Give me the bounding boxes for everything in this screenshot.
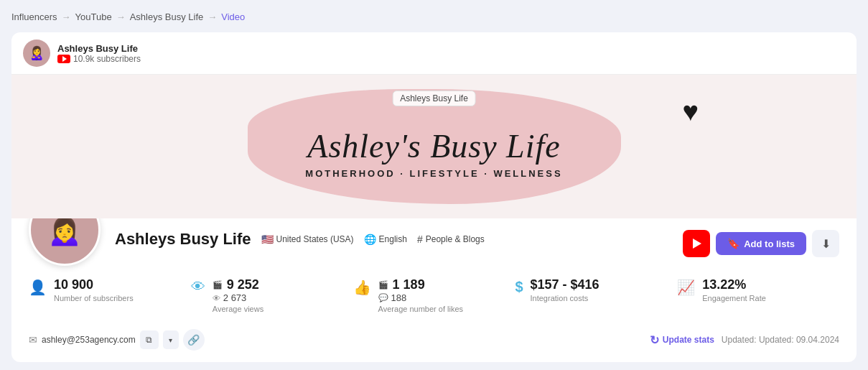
mini-subscribers-count: 10.9k subscribers: [73, 54, 141, 64]
add-to-lists-button[interactable]: 🔖 Add to lists: [716, 232, 806, 255]
trend-icon: 📈: [677, 279, 695, 296]
mini-channel-name: Ashleys Busy Life: [57, 43, 141, 54]
costs-number: $157 - $416: [531, 277, 599, 292]
banner: Ashleys Busy Life ♥ Ashley's Busy Life M…: [11, 75, 857, 218]
costs-values: $157 - $416 Integration costs: [531, 277, 599, 302]
category-tag: # People & Blogs: [417, 233, 485, 245]
profile-section: 🙍‍♀️ Ashleys Busy Life 🇺🇸 United States …: [11, 218, 857, 266]
likes-icon: 👍: [353, 279, 371, 296]
category-label: People & Blogs: [426, 234, 485, 244]
update-stats-label: Update stats: [663, 335, 714, 345]
flag-icon: 🇺🇸: [261, 233, 274, 245]
banner-heart-icon: ♥: [682, 96, 699, 127]
update-stats-button[interactable]: ↻ Update stats: [650, 333, 714, 347]
stat-likes: 👍 🎬 1 189 💬 188 Average number of likes: [353, 277, 515, 313]
likes-video-icon: 🎬: [378, 280, 388, 290]
hashtag-icon: #: [417, 233, 423, 245]
email-section: ✉ ashley@253agency.com ⧉ ▾ 🔗: [29, 329, 205, 351]
profile-main: Ashleys Busy Life 🇺🇸 United States (USA)…: [115, 230, 668, 253]
download-button[interactable]: ⬇: [812, 230, 839, 257]
likes-sub-number: 188: [391, 292, 407, 303]
email-icon: ✉: [29, 334, 37, 346]
views-sub-icon: 👁: [213, 294, 220, 302]
video-icon-sm: 🎬: [213, 280, 223, 290]
likes-number: 1 189: [393, 277, 425, 292]
right-actions: ↻ Update stats Updated: Updated: 09.04.2…: [650, 333, 839, 347]
refresh-icon: ↻: [650, 333, 659, 347]
breadcrumb-influencers[interactable]: Influencers: [11, 11, 57, 22]
engagement-main: 13.22%: [702, 277, 766, 292]
subscribers-values: 10 900 Number of subscribers: [54, 277, 134, 302]
youtube-button[interactable]: [683, 230, 710, 257]
mini-avatar: 🙎‍♀️: [23, 40, 50, 67]
country-label: United States (USA): [276, 234, 354, 244]
updated-date: Updated: Updated: 09.04.2024: [722, 335, 839, 345]
website-button[interactable]: 🔗: [183, 329, 205, 351]
main-card: Ashleys Busy Life ♥ Ashley's Busy Life M…: [11, 75, 857, 362]
comment-icon: 💬: [378, 293, 388, 302]
subscribers-icon: 👤: [29, 279, 47, 296]
views-number: 9 252: [227, 277, 259, 292]
copy-email-button[interactable]: ⧉: [140, 330, 159, 349]
mini-info: Ashleys Busy Life 10.9k subscribers: [57, 43, 141, 64]
bookmark-icon: 🔖: [727, 238, 739, 249]
profile-name: Ashleys Busy Life: [115, 230, 251, 249]
banner-title-block: Ashley's Busy Life MOTHERHOOD · LIFESTYL…: [305, 129, 562, 179]
stat-subscribers: 👤 10 900 Number of subscribers: [29, 277, 191, 302]
costs-main: $157 - $416: [531, 277, 599, 292]
country-tag: 🇺🇸 United States (USA): [261, 233, 354, 245]
globe-icon: 🌐: [364, 233, 376, 245]
banner-channel-label: Ashleys Busy Life: [392, 91, 476, 106]
views-label: Average views: [213, 305, 263, 313]
breadcrumb-arrow-1: →: [62, 11, 71, 22]
engagement-number: 13.22%: [702, 277, 746, 292]
add-to-lists-label: Add to lists: [744, 239, 795, 249]
breadcrumb-youtube[interactable]: YouTube: [75, 11, 112, 22]
youtube-icon-sm: [57, 55, 70, 63]
stats-row: 👤 10 900 Number of subscribers 👁 🎬 9 252…: [11, 266, 857, 313]
email-dropdown-button[interactable]: ▾: [163, 330, 179, 349]
action-buttons: 🔖 Add to lists ⬇: [683, 230, 839, 257]
costs-label: Integration costs: [531, 294, 599, 302]
email-address: ashley@253agency.com: [42, 335, 136, 345]
language-tag: 🌐 English: [364, 233, 407, 245]
breadcrumb-video[interactable]: Video: [221, 11, 245, 22]
bottom-bar: ✉ ashley@253agency.com ⧉ ▾ 🔗 ↻ Update st…: [11, 320, 857, 362]
stat-views: 👁 🎬 9 252 👁 2 673 Average views: [191, 277, 353, 313]
views-sub-number: 2 673: [223, 292, 247, 303]
stat-costs: $ $157 - $416 Integration costs: [515, 277, 677, 302]
banner-subtitle: MOTHERHOOD · LIFESTYLE · WELLNESS: [305, 168, 562, 179]
subscribers-number: 10 900: [54, 277, 93, 292]
likes-label: Average number of likes: [378, 305, 463, 313]
breadcrumb: Influencers → YouTube → Ashleys Busy Lif…: [11, 11, 857, 22]
language-label: English: [379, 234, 407, 244]
engagement-values: 13.22% Engagement Rate: [702, 277, 766, 302]
mini-subscribers-row: 10.9k subscribers: [57, 54, 141, 64]
views-sub-row: 👁 2 673: [213, 292, 263, 303]
breadcrumb-arrow-2: →: [116, 11, 126, 22]
engagement-label: Engagement Rate: [702, 294, 766, 302]
dollar-icon: $: [515, 279, 523, 295]
views-values: 🎬 9 252 👁 2 673 Average views: [213, 277, 263, 313]
mini-header: 🙎‍♀️ Ashleys Busy Life 10.9k subscribers: [11, 32, 857, 75]
breadcrumb-channel[interactable]: Ashleys Busy Life: [130, 11, 204, 22]
banner-script-title: Ashley's Busy Life: [305, 129, 562, 165]
profile-name-row: Ashleys Busy Life 🇺🇸 United States (USA)…: [115, 230, 668, 249]
breadcrumb-arrow-3: →: [207, 11, 217, 22]
subscribers-main: 10 900: [54, 277, 134, 292]
views-icon: 👁: [191, 279, 205, 295]
likes-values: 🎬 1 189 💬 188 Average number of likes: [378, 277, 463, 313]
likes-main: 🎬 1 189: [378, 277, 463, 292]
views-main: 🎬 9 252: [213, 277, 263, 292]
likes-sub-row: 💬 188: [378, 292, 463, 303]
subscribers-label: Number of subscribers: [54, 294, 134, 302]
stat-engagement: 📈 13.22% Engagement Rate: [677, 277, 839, 302]
